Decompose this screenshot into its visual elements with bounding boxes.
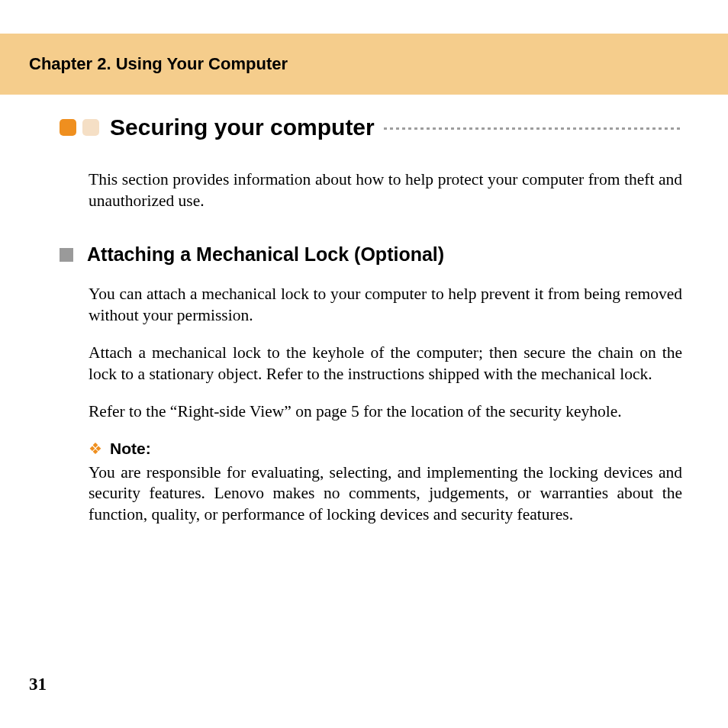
bullet-peach-icon (82, 119, 99, 136)
page-content: Securing your computer This section prov… (0, 114, 728, 542)
dashed-rule-icon (384, 127, 682, 130)
document-page: Chapter 2. Using Your Computer Securing … (0, 0, 728, 728)
chapter-title: Chapter 2. Using Your Computer (29, 54, 288, 74)
bullet-orange-icon (60, 119, 76, 136)
note-header: ❖ Note: (89, 440, 682, 458)
subsection-paragraph-3: Refer to the “Right-side View” on page 5… (89, 401, 682, 423)
diamond-icon: ❖ (89, 441, 102, 456)
page-number: 31 (29, 675, 47, 694)
chapter-header: Chapter 2. Using Your Computer (0, 34, 728, 95)
section-intro: This section provides information about … (89, 169, 682, 211)
subsection-paragraph-2: Attach a mechanical lock to the keyhole … (89, 343, 682, 385)
subsection-paragraph-1: You can attach a mechanical lock to your… (89, 284, 682, 326)
subsection-title: Attaching a Mechanical Lock (Optional) (87, 243, 444, 266)
section-title: Securing your computer (110, 114, 375, 140)
note-label: Note: (110, 440, 151, 458)
bullet-square-icon (60, 248, 73, 262)
subsection-heading-row: Attaching a Mechanical Lock (Optional) (60, 243, 682, 266)
section-heading-row: Securing your computer (60, 114, 682, 140)
note-body: You are responsible for evaluating, sele… (89, 462, 682, 526)
